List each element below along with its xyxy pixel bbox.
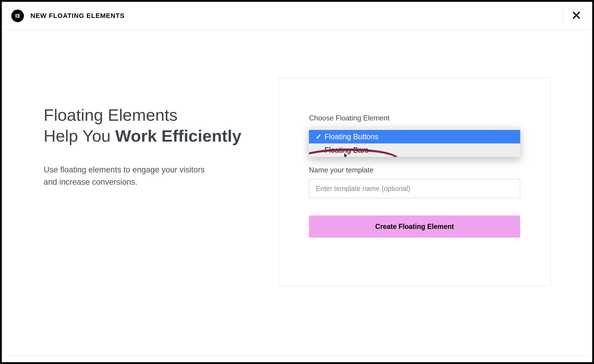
template-name-label: Name your template [309,166,520,174]
header-left: NEW FLOATING ELEMENTS [11,10,125,22]
modal-title: NEW FLOATING ELEMENTS [30,12,125,20]
svg-rect-1 [17,14,19,15]
hero-title-line2: Help You [44,126,115,145]
create-floating-element-button[interactable]: Create Floating Element [309,215,520,238]
elementor-logo-icon [11,10,24,22]
choose-element-field: Choose Floating Element ✓ Floating Butto… [309,114,520,154]
svg-rect-3 [17,17,19,18]
svg-rect-2 [17,15,19,16]
modal-header: NEW FLOATING ELEMENTS [2,2,592,30]
choose-element-label: Choose Floating Element [309,114,520,122]
close-icon [572,11,581,20]
modal-body: Floating Elements Help You Work Efficien… [2,30,592,316]
svg-rect-0 [16,14,16,18]
template-name-input[interactable] [309,179,520,198]
dropdown-option-label: Floating Bars [324,146,368,155]
hero-section: Floating Elements Help You Work Efficien… [44,78,255,188]
close-button[interactable] [570,9,583,22]
dropdown-option-floating-buttons[interactable]: ✓ Floating Buttons [309,130,520,143]
hero-title: Floating Elements Help You Work Efficien… [44,105,255,146]
element-type-dropdown[interactable]: ✓ Floating Buttons Floating Bars [309,127,520,157]
hero-subtitle: Use floating elements to engage your vis… [44,164,211,188]
dropdown-option-label: Floating Buttons [324,132,379,141]
header-right [563,9,583,22]
template-name-field: Name your template [309,166,520,198]
hero-title-bold: Work Efficiently [115,126,241,145]
check-icon: ✓ [316,132,321,141]
header-divider [563,9,563,22]
dropdown-strip [309,127,520,130]
form-panel: Choose Floating Element ✓ Floating Butto… [279,78,550,286]
dropdown-option-floating-bars[interactable]: Floating Bars [309,143,520,157]
hero-title-line1: Floating Elements [44,105,177,124]
footer-divider [4,355,590,356]
